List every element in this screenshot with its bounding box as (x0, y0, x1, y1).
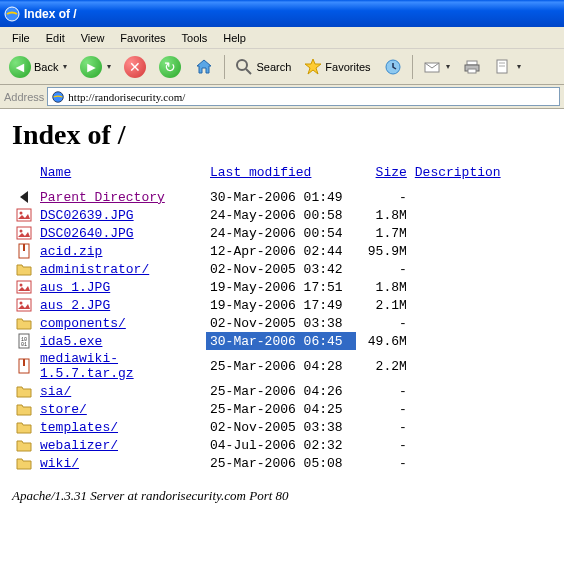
chevron-down-icon: ▾ (63, 62, 67, 71)
file-row: acid.zip12-Apr-2006 02:44 95.9M (12, 242, 552, 260)
file-row: administrator/02-Nov-2005 03:42 - (12, 260, 552, 278)
file-icon (12, 242, 36, 260)
file-icon (12, 454, 36, 472)
col-size[interactable]: Size (376, 165, 407, 180)
file-link[interactable]: aus_1.JPG (40, 280, 110, 295)
menu-edit[interactable]: Edit (38, 30, 73, 46)
file-row: webalizer/04-Jul-2006 02:32 - (12, 436, 552, 454)
address-bar: Address http://randorisecurity.com/ (0, 85, 564, 109)
file-link[interactable]: ida5.exe (40, 334, 102, 349)
address-label: Address (4, 91, 44, 103)
file-size: 1.7M (356, 224, 411, 242)
file-desc (411, 436, 552, 454)
file-desc (411, 260, 552, 278)
menu-tools[interactable]: Tools (174, 30, 216, 46)
file-date: 30-Mar-2006 06:45 (206, 332, 356, 350)
file-size: - (356, 454, 411, 472)
svg-point-21 (20, 302, 23, 305)
file-date: 12-Apr-2006 02:44 (206, 242, 356, 260)
file-row: wiki/25-Mar-2006 05:08 - (12, 454, 552, 472)
file-link[interactable]: acid.zip (40, 244, 102, 259)
file-row: DSC02639.JPG24-May-2006 00:58 1.8M (12, 206, 552, 224)
file-icon (12, 382, 36, 400)
svg-rect-5 (467, 61, 477, 65)
file-date: 25-Mar-2006 05:08 (206, 454, 356, 472)
home-button[interactable] (189, 54, 219, 80)
server-footer: Apache/1.3.31 Server at randorisecurity.… (12, 488, 552, 504)
file-link[interactable]: sia/ (40, 384, 71, 399)
svg-point-19 (20, 284, 23, 287)
home-icon (194, 57, 214, 77)
menubar: File Edit View Favorites Tools Help (0, 27, 564, 49)
search-icon (235, 58, 253, 76)
address-input[interactable]: http://randorisecurity.com/ (47, 87, 560, 106)
file-size: - (356, 188, 411, 206)
file-date: 25-Mar-2006 04:28 (206, 350, 356, 382)
col-description[interactable]: Description (415, 165, 501, 180)
ie-icon (4, 6, 20, 22)
favorites-button[interactable]: Favorites (299, 55, 375, 79)
file-desc (411, 418, 552, 436)
file-desc (411, 350, 552, 382)
file-link[interactable]: mediawiki-1.5.7.tar.gz (40, 351, 134, 381)
file-size: 2.1M (356, 296, 411, 314)
menu-help[interactable]: Help (215, 30, 254, 46)
window-title: Index of / (24, 7, 77, 21)
history-button[interactable] (379, 55, 407, 79)
print-button[interactable] (458, 55, 486, 79)
col-modified[interactable]: Last modified (210, 165, 311, 180)
file-icon (12, 350, 36, 382)
file-row: Parent Directory30-Mar-2006 01:49 - (12, 188, 552, 206)
svg-point-1 (237, 60, 247, 70)
svg-rect-26 (23, 359, 25, 366)
mail-button[interactable]: ▾ (418, 55, 455, 79)
file-desc (411, 188, 552, 206)
back-icon: ◄ (9, 56, 31, 78)
file-size: 49.6M (356, 332, 411, 350)
toolbar-separator (224, 55, 225, 79)
star-icon (304, 58, 322, 76)
chevron-down-icon: ▾ (517, 62, 521, 71)
file-icon (12, 278, 36, 296)
search-button[interactable]: Search (230, 55, 296, 79)
file-link[interactable]: aus_2.JPG (40, 298, 110, 313)
file-icon (12, 224, 36, 242)
file-row: aus_2.JPG19-May-2006 17:49 2.1M (12, 296, 552, 314)
back-button[interactable]: ◄ Back ▾ (4, 53, 72, 81)
file-size: - (356, 400, 411, 418)
file-link[interactable]: webalizer/ (40, 438, 118, 453)
file-link[interactable]: Parent Directory (40, 190, 165, 205)
svg-rect-20 (17, 299, 31, 311)
file-date: 02-Nov-2005 03:38 (206, 418, 356, 436)
file-link[interactable]: templates/ (40, 420, 118, 435)
file-desc (411, 454, 552, 472)
file-date: 25-Mar-2006 04:26 (206, 382, 356, 400)
col-name[interactable]: Name (40, 165, 71, 180)
file-link[interactable]: administrator/ (40, 262, 149, 277)
menu-file[interactable]: File (4, 30, 38, 46)
file-size: 95.9M (356, 242, 411, 260)
forward-button[interactable]: ► ▾ (75, 53, 116, 81)
toolbar-separator (412, 55, 413, 79)
file-size: - (356, 436, 411, 454)
file-date: 24-May-2006 00:58 (206, 206, 356, 224)
toolbar: ◄ Back ▾ ► ▾ ✕ ↻ Search Favorites ▾ ▾ (0, 49, 564, 85)
file-link[interactable]: DSC02639.JPG (40, 208, 134, 223)
file-row: DSC02640.JPG24-May-2006 00:54 1.7M (12, 224, 552, 242)
file-link[interactable]: store/ (40, 402, 87, 417)
svg-point-15 (20, 230, 23, 233)
file-link[interactable]: wiki/ (40, 456, 79, 471)
file-link[interactable]: DSC02640.JPG (40, 226, 134, 241)
file-icon (12, 314, 36, 332)
menu-view[interactable]: View (73, 30, 113, 46)
refresh-button[interactable]: ↻ (154, 53, 186, 81)
file-date: 19-May-2006 17:49 (206, 296, 356, 314)
chevron-down-icon: ▾ (446, 62, 450, 71)
file-link[interactable]: components/ (40, 316, 126, 331)
stop-button[interactable]: ✕ (119, 53, 151, 81)
file-date: 02-Nov-2005 03:38 (206, 314, 356, 332)
edit-button[interactable]: ▾ (489, 55, 526, 79)
page-icon (51, 90, 65, 104)
menu-favorites[interactable]: Favorites (112, 30, 173, 46)
file-date: 24-May-2006 00:54 (206, 224, 356, 242)
